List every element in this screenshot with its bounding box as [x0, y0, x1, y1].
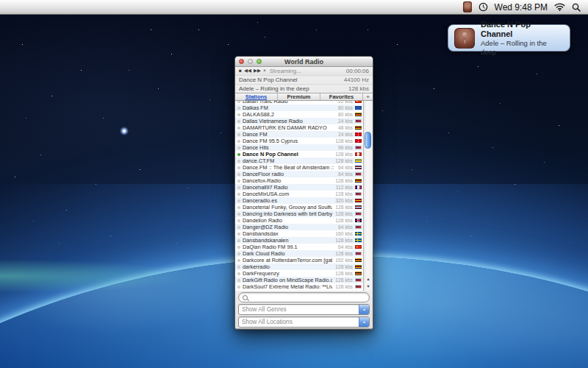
station-dot-icon — [237, 272, 240, 275]
station-list[interactable]: Dalian Trafic Radio22 kbsDalkas FM80 kbs… — [235, 101, 363, 291]
station-row[interactable]: Danceteria! Funky, Groovy and Soulful!12… — [235, 204, 363, 210]
search-icon — [243, 295, 248, 300]
close-button[interactable] — [239, 59, 244, 64]
station-row[interactable]: Dancefox-Radio128 kbs — [235, 177, 363, 184]
de-flag-icon — [355, 272, 362, 276]
scroll-down-button[interactable]: ▼ — [364, 283, 373, 290]
elapsed-time: 00:00:06 — [346, 68, 369, 74]
station-row[interactable]: DAMARTURK EN DAMAR RADYO48 kbs — [235, 124, 363, 131]
tab-favorites[interactable]: Favorites — [320, 93, 363, 100]
menu-bar-status-items: Wed 9:48 PM — [463, 1, 588, 13]
station-row[interactable]: Dandelion Radio128 kbs — [235, 217, 363, 224]
station-name: Danceradio.es — [243, 197, 332, 204]
player-panel: ■ ◀◀ ▶▶ × Streaming... 00:00:06 Dance N … — [235, 67, 373, 93]
title-bar[interactable]: World Radio — [235, 57, 373, 67]
station-name: DarkFrequenzy — [243, 270, 332, 277]
radio-app-menu-icon[interactable] — [463, 1, 472, 13]
station-row[interactable]: darkerradio128 kbs — [235, 263, 363, 270]
station-row[interactable]: Dance N Pop Channel128 kbs — [235, 151, 363, 158]
scrollbar-thumb[interactable] — [365, 132, 371, 149]
station-row[interactable]: Dallas Vietnamese Radio24 kbs — [235, 118, 363, 124]
station-bitrate: 64 kbs — [338, 165, 353, 170]
station-bitrate: 128 kbs — [335, 238, 353, 243]
station-row[interactable]: Darkcore at RotterdamTerror.com [gabber1… — [235, 257, 363, 263]
station-bitrate: 128 kbs — [335, 138, 353, 144]
minimize-button[interactable] — [248, 59, 253, 64]
clock-icon[interactable] — [478, 2, 488, 12]
station-bitrate: 80 kbs — [338, 112, 353, 117]
station-bitrate: 128 kbs — [335, 251, 353, 256]
chevron-down-icon[interactable]: ▼ — [359, 317, 369, 327]
search-input[interactable] — [248, 294, 365, 301]
spotlight-icon[interactable] — [572, 3, 581, 12]
station-dot-icon — [237, 239, 240, 242]
location-dropdown-value: Show All Locations — [239, 319, 359, 325]
menu-bar: Wed 9:48 PM — [0, 0, 588, 15]
station-bitrate: 128 kbs — [335, 158, 353, 163]
station-row[interactable]: Dancehall97 Radio112 kbs — [235, 184, 363, 191]
station-row[interactable]: DanceFloor radio64 kbs — [235, 171, 363, 177]
station-dot-icon — [237, 279, 240, 282]
station-dot-icon — [237, 206, 240, 209]
scrollbar[interactable]: ▲ ▼ — [363, 101, 373, 291]
tab-premium[interactable]: Premium — [278, 93, 320, 100]
station-row[interactable]: Dansbandskanalen128 kbs — [235, 237, 363, 244]
station-row[interactable]: Danger@DZ Radio64 kbs — [235, 224, 363, 230]
station-name: Dansbandskanalen — [243, 237, 332, 244]
station-row[interactable]: DarkGift Radio on MindScape Radio.com128… — [235, 277, 363, 283]
wifi-icon[interactable] — [554, 3, 565, 11]
zoom-button[interactable] — [257, 59, 262, 64]
previous-icon[interactable]: ◀◀ — [244, 68, 251, 74]
station-row[interactable]: Dance FM 95.5 Cyprus128 kbs — [235, 138, 363, 144]
stations-count: 8145 stations available — [235, 329, 373, 330]
radio-app-icon — [454, 28, 475, 49]
station-row[interactable]: DanceMixUSA.com128 kbs — [235, 191, 363, 197]
tr-flag-icon — [355, 139, 362, 144]
station-row[interactable]: Dance Hits96 kbs — [235, 144, 363, 151]
station-row[interactable]: Dalkas FM80 kbs — [235, 105, 363, 111]
genre-dropdown-value: Show All Genres — [239, 306, 359, 313]
resize-grip[interactable] — [363, 329, 370, 330]
station-row[interactable]: Dance FM24 kbs — [235, 131, 363, 138]
station-dot-icon — [237, 133, 240, 136]
menu-bar-clock[interactable]: Wed 9:48 PM — [495, 2, 548, 13]
station-dot-icon — [237, 140, 240, 143]
stream-status: Streaming... — [270, 68, 301, 74]
search-field[interactable] — [238, 292, 370, 302]
us-flag-icon — [355, 146, 362, 150]
station-row[interactable]: DALKAS88,280 kbs — [235, 111, 363, 118]
station-name: DALKAS88,2 — [243, 111, 335, 118]
now-playing-notification[interactable]: Dance N Pop Channel Adele – Rolling in t… — [448, 24, 570, 52]
stop-icon[interactable]: ■ — [239, 68, 242, 74]
us-flag-icon — [355, 278, 362, 283]
station-bitrate: 320 kbs — [335, 198, 353, 203]
station-row[interactable]: DarkSoul7 Extreme Metal Radio: **Live128… — [235, 283, 363, 290]
station-name: Dallas Vietnamese Radio — [243, 118, 335, 124]
scroll-up-button[interactable]: ▲ — [364, 275, 373, 283]
station-bitrate: 160 kbs — [335, 231, 353, 236]
station-row[interactable]: DaQian Radio FM 99.164 kbs — [235, 244, 363, 250]
genre-dropdown[interactable]: Show All Genres ▼ — [238, 304, 370, 315]
station-dot-icon — [237, 266, 240, 269]
station-row[interactable]: Dance.FM :: The Beat of Amsterdam ::64 k… — [235, 164, 363, 171]
station-row[interactable]: dance.CT.FM128 kbs — [235, 158, 363, 164]
station-row[interactable]: Dansbandsdax160 kbs — [235, 230, 363, 237]
station-row[interactable]: Dancing into Darkness with brit Darbyshi… — [235, 210, 363, 217]
station-name: Dance FM — [243, 131, 335, 138]
station-dot-icon — [237, 186, 240, 189]
station-bitrate: 24 kbs — [338, 132, 353, 137]
station-name: Dance N Pop Channel — [243, 151, 332, 158]
add-tab-button[interactable]: + — [363, 93, 373, 100]
station-row[interactable]: DarkFrequenzy128 kbs — [235, 270, 363, 277]
shuffle-icon[interactable]: × — [263, 68, 266, 74]
cn-flag-icon — [355, 101, 362, 103]
station-row[interactable]: Dark Cloud Radio128 kbs — [235, 250, 363, 257]
location-dropdown[interactable]: Show All Locations ▼ — [238, 316, 370, 328]
next-icon[interactable]: ▶▶ — [254, 68, 261, 74]
station-row[interactable]: Danceradio.es320 kbs — [235, 197, 363, 204]
current-station: Dance N Pop Channel — [239, 77, 298, 83]
tab-stations[interactable]: Stations — [235, 93, 278, 100]
chevron-down-icon[interactable]: ▼ — [359, 305, 369, 314]
station-bitrate: 24 kbs — [338, 118, 353, 124]
station-dot-icon — [237, 160, 240, 163]
